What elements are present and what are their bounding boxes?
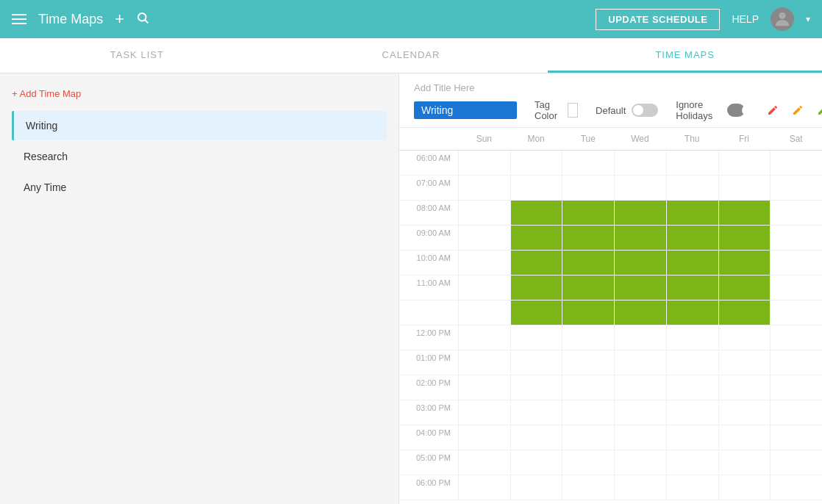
calendar-cell[interactable] [562,151,614,175]
calendar-cell[interactable] [614,425,666,450]
calendar-cell[interactable] [718,176,771,200]
calendar-cell[interactable] [718,350,771,375]
tab-time-maps[interactable]: TIME MAPS [548,38,822,73]
calendar-cell[interactable] [510,375,562,400]
calendar-cell[interactable] [614,325,666,350]
calendar-cell[interactable] [666,151,718,175]
calendar-cell[interactable] [614,300,666,325]
calendar-cell[interactable] [770,176,822,200]
calendar-cell[interactable] [510,400,562,425]
calendar-cell[interactable] [718,375,771,400]
calendar-cell[interactable] [770,201,822,225]
calendar-cell[interactable] [614,176,666,200]
calendar-cell[interactable] [614,450,666,475]
calendar-cell[interactable] [562,201,614,225]
orange-pencil-tool[interactable] [787,100,808,120]
sidebar-item-any-time[interactable]: Any Time [12,173,387,202]
ignore-holidays-toggle[interactable] [727,104,745,117]
calendar-cell[interactable] [510,251,562,275]
calendar-cell[interactable] [770,276,822,300]
calendar-cell[interactable] [510,475,562,500]
calendar-cell[interactable] [770,226,822,250]
calendar-cell[interactable] [770,251,822,275]
calendar-cell[interactable] [614,400,666,425]
calendar-cell[interactable] [458,425,510,450]
calendar-cell[interactable] [458,450,510,475]
calendar-cell[interactable] [510,325,562,350]
sidebar-item-writing[interactable]: Writing [12,111,387,140]
add-time-map-button[interactable]: + Add Time Map [12,88,387,99]
help-button[interactable]: HELP [732,13,759,25]
user-menu-chevron[interactable]: ▾ [806,14,810,24]
calendar-cell[interactable] [562,400,614,425]
add-button[interactable]: + [115,10,124,29]
calendar-cell[interactable] [458,475,510,500]
calendar-cell[interactable] [510,201,562,225]
user-avatar[interactable] [771,7,794,31]
calendar-cell[interactable] [718,325,771,350]
calendar-cell[interactable] [614,151,666,175]
calendar-cell[interactable] [770,475,822,500]
calendar-cell[interactable] [510,300,562,325]
calendar-cell[interactable] [666,400,718,425]
update-schedule-button[interactable]: UPDATE SCHEDULE [596,9,720,30]
calendar-cell[interactable] [666,226,718,250]
calendar-cell[interactable] [510,176,562,200]
calendar-cell[interactable] [718,450,771,475]
calendar-cell[interactable] [718,251,771,275]
calendar-cell[interactable] [510,425,562,450]
calendar-cell[interactable] [510,450,562,475]
calendar-cell[interactable] [718,300,771,325]
hamburger-menu[interactable] [12,14,26,24]
calendar-cell[interactable] [718,475,771,500]
calendar-cell[interactable] [666,375,718,400]
search-button[interactable] [136,11,149,28]
calendar-cell[interactable] [718,201,771,225]
calendar-cell[interactable] [458,276,510,300]
tab-task-list[interactable]: TASK LIST [0,38,274,73]
calendar-cell[interactable] [770,350,822,375]
calendar-cell[interactable] [666,425,718,450]
calendar-cell[interactable] [458,251,510,275]
calendar-cell[interactable] [666,176,718,200]
calendar-cell[interactable] [614,475,666,500]
default-toggle[interactable] [632,104,658,117]
calendar-cell[interactable] [666,201,718,225]
green-pencil-tool[interactable] [812,100,822,120]
calendar-cell[interactable] [614,350,666,375]
calendar-cell[interactable] [614,375,666,400]
calendar-cell[interactable] [718,276,771,300]
calendar-cell[interactable] [718,400,771,425]
calendar-cell[interactable] [562,450,614,475]
calendar-cell[interactable] [770,300,822,325]
calendar-cell[interactable] [666,350,718,375]
tab-calendar[interactable]: CALENDAR [274,38,548,73]
calendar-cell[interactable] [770,375,822,400]
calendar-cell[interactable] [458,226,510,250]
calendar-cell[interactable] [510,276,562,300]
calendar-cell[interactable] [458,325,510,350]
calendar-cell[interactable] [562,176,614,200]
calendar-cell[interactable] [770,325,822,350]
calendar-cell[interactable] [458,176,510,200]
calendar-cell[interactable] [718,226,771,250]
calendar-cell[interactable] [666,300,718,325]
calendar-cell[interactable] [770,425,822,450]
calendar-cell[interactable] [718,151,771,175]
calendar-cell[interactable] [562,251,614,275]
calendar-cell[interactable] [614,276,666,300]
calendar-cell[interactable] [666,251,718,275]
calendar-cell[interactable] [666,325,718,350]
calendar-cell[interactable] [510,226,562,250]
calendar-cell[interactable] [458,300,510,325]
map-name-input[interactable] [414,101,517,119]
calendar-cell[interactable] [510,350,562,375]
sidebar-item-research[interactable]: Research [12,142,387,171]
calendar-cell[interactable] [458,201,510,225]
calendar-cell[interactable] [666,475,718,500]
calendar-cell[interactable] [562,425,614,450]
calendar-cell[interactable] [458,375,510,400]
calendar-cell[interactable] [562,475,614,500]
calendar-cell[interactable] [614,226,666,250]
calendar-cell[interactable] [458,151,510,175]
